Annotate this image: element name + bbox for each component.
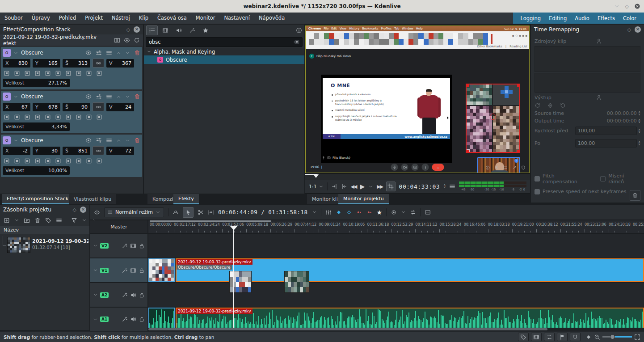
lock-icon[interactable] — [139, 292, 145, 298]
extract-zone-icon[interactable] — [356, 209, 362, 215]
param-height[interactable]: V367 — [106, 59, 134, 68]
monitor-timecode[interactable]: 00:04:33:03 — [399, 183, 440, 190]
video-clip-selected[interactable]: 2021-09-12 19-00-32-predlozky.mkv Obscur… — [176, 258, 644, 282]
track-effects-icon[interactable] — [122, 243, 128, 249]
add-clip-dropdown-icon[interactable] — [14, 218, 19, 223]
create-folder-icon[interactable] — [24, 217, 30, 224]
spacer-tool-icon[interactable] — [208, 209, 214, 215]
close-panel-icon[interactable]: ✕ — [80, 207, 86, 213]
edit-mode-dropdown[interactable]: Normální režim — [104, 207, 164, 217]
zoom-slider-knob[interactable] — [610, 334, 615, 339]
output-time-value[interactable]: 00:00:00:00 — [607, 118, 637, 124]
zone-in-icon[interactable] — [331, 183, 337, 190]
move-effect-down-icon[interactable] — [125, 51, 130, 55]
tab-clip-properties[interactable]: Vlastnosti klipu — [69, 194, 116, 204]
position-preset-icon[interactable] — [76, 70, 82, 76]
menu-monitor[interactable]: Monitor — [191, 13, 220, 24]
delete-clip-icon[interactable] — [34, 217, 41, 224]
disable-effect-icon[interactable] — [85, 50, 92, 56]
audio-effects-button[interactable] — [173, 25, 185, 35]
pitch-compensation-checkbox[interactable] — [535, 176, 540, 182]
position-preset-icon[interactable] — [86, 70, 92, 76]
position-preset-icon[interactable] — [45, 114, 51, 120]
workspace-logging[interactable]: Logging — [517, 15, 545, 21]
track-header-v1[interactable]: V1 — [90, 258, 147, 282]
subtitles-icon[interactable] — [425, 209, 431, 215]
position-preset-icon[interactable] — [24, 114, 30, 120]
param-size[interactable]: Velikost27,17% — [3, 79, 70, 87]
video-track-icon[interactable] — [130, 267, 136, 274]
monitor-zoom-dropdown[interactable]: 1:1 — [309, 184, 324, 190]
scrollbar-handle[interactable] — [148, 328, 547, 330]
position-preset-icon[interactable] — [86, 114, 92, 120]
favorite-effects-icon[interactable]: ★ — [377, 209, 383, 216]
timeline-scrollbar[interactable] — [148, 328, 644, 331]
timeline-area[interactable]: 00:00:00:0000:01:17:1200:02:34:2400:03:5… — [148, 220, 644, 331]
float-panel-icon[interactable]: ◇ — [126, 27, 130, 33]
collapse-track-icon[interactable] — [93, 268, 98, 273]
custom-effects-button[interactable] — [186, 25, 198, 35]
window-maximize-icon[interactable]: ◇ — [625, 4, 629, 9]
add-keyframe-icon[interactable] — [547, 102, 553, 109]
position-preset-icon[interactable] — [24, 158, 30, 164]
position-preset-icon[interactable] — [14, 70, 20, 76]
position-preset-icon[interactable] — [55, 70, 61, 76]
zone-fit-icon[interactable] — [585, 334, 592, 340]
replace-zone-icon[interactable] — [366, 209, 373, 215]
window-close-icon[interactable] — [634, 3, 640, 9]
timecode-dropdown-icon[interactable] — [312, 210, 317, 215]
position-preset-icon[interactable] — [45, 70, 51, 76]
position-preset-icon[interactable] — [34, 158, 41, 164]
razor-tool-icon[interactable] — [198, 209, 204, 215]
playhead-marker[interactable] — [230, 226, 237, 230]
workspace-color[interactable]: Color — [619, 15, 640, 21]
fades-icon[interactable] — [410, 209, 416, 215]
float-panel-icon[interactable]: ◇ — [73, 207, 76, 213]
keyframes-icon[interactable] — [96, 50, 102, 56]
move-effect-up-icon[interactable] — [116, 94, 121, 99]
add-clip-icon[interactable] — [4, 217, 10, 224]
tags-icon[interactable] — [45, 217, 51, 224]
position-preset-icon[interactable] — [65, 70, 72, 76]
speed-before-input[interactable]: 100,00 — [575, 127, 637, 135]
param-y[interactable]: Y30 — [33, 147, 60, 155]
menu-nastaven-[interactable]: Nastavení — [219, 13, 254, 24]
timeline-zoom-slider[interactable] — [602, 333, 632, 341]
mix-clips-icon[interactable] — [173, 209, 179, 215]
track-badge[interactable]: V2 — [100, 243, 109, 249]
info-icon[interactable] — [296, 27, 302, 34]
position-preset-icon[interactable] — [4, 114, 10, 120]
param-x[interactable]: X-2 — [3, 147, 30, 155]
filter-dropdown-icon[interactable] — [82, 218, 87, 223]
master-track-button[interactable]: Master — [90, 220, 147, 233]
link-ratio-button[interactable] — [93, 102, 104, 111]
position-preset-icon[interactable] — [24, 70, 30, 76]
track-a2-lane[interactable] — [148, 283, 644, 307]
filter-icon[interactable] — [71, 217, 77, 224]
delete-effect-icon[interactable] — [134, 93, 140, 100]
position-preset-icon[interactable] — [14, 158, 20, 164]
track-badge[interactable]: V1 — [100, 268, 109, 273]
preserve-speed-checkbox[interactable] — [535, 189, 540, 194]
workspace-audio[interactable]: Audio — [571, 15, 593, 21]
param-width[interactable]: Š90 — [63, 103, 90, 111]
keyframes-icon[interactable] — [96, 137, 102, 144]
track-badge[interactable]: A1 — [100, 317, 109, 322]
param-height[interactable]: V24 — [106, 103, 134, 111]
param-width[interactable]: Š851 — [63, 147, 90, 155]
clear-search-icon[interactable] — [293, 39, 299, 45]
track-badge[interactable]: A2 — [100, 292, 109, 298]
window-minimize-icon[interactable] — [614, 3, 620, 9]
monitor-video-area[interactable]: ChromeFileEditViewHistoryBookmarksProfil… — [305, 25, 530, 173]
menu--asov-osa[interactable]: Časová osa — [153, 13, 191, 24]
param-size[interactable]: Velikost10,00% — [3, 166, 70, 175]
keyframes-icon[interactable] — [96, 93, 102, 100]
speed-after-input[interactable]: 100,00 — [575, 139, 637, 148]
position-preset-icon[interactable] — [4, 70, 10, 76]
toggle-audio-thumbnails-button[interactable] — [544, 333, 555, 341]
video-clip-small[interactable] — [148, 258, 175, 282]
move-effect-up-icon[interactable] — [116, 51, 121, 55]
adjust-tracks-icon[interactable] — [94, 209, 100, 215]
zone-out-icon[interactable] — [341, 183, 347, 190]
position-preset-icon[interactable] — [96, 114, 102, 120]
